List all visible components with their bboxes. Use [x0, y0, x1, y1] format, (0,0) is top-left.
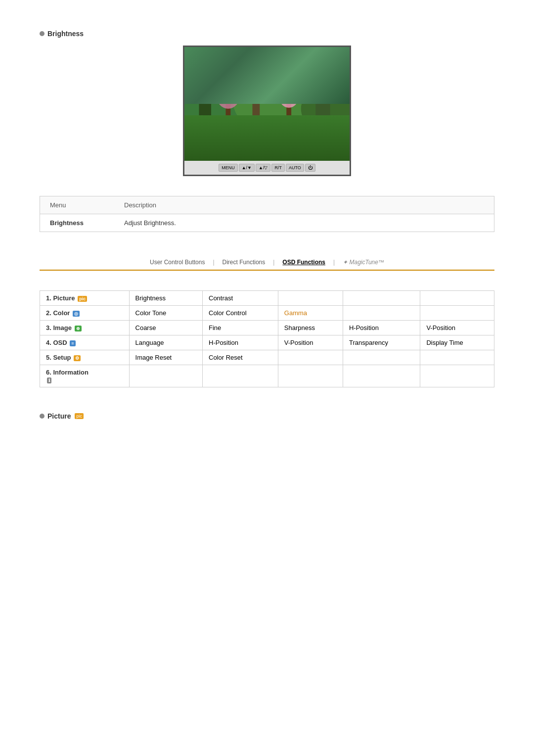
brightness-cell[interactable]: Brightness [129, 291, 202, 306]
svg-point-27 [222, 124, 231, 133]
picture-badge: pic [75, 413, 84, 419]
garden-scene-svg [184, 47, 350, 161]
monitor-frame: MENU ▲/▼ ▲/▽ R/T AUTO ⏻ [183, 46, 351, 176]
svg-point-16 [216, 80, 240, 109]
svg-rect-9 [253, 87, 260, 131]
osd-h-position-cell[interactable]: H-Position [203, 335, 278, 350]
svg-point-21 [248, 125, 277, 144]
coarse-cell[interactable]: Coarse [129, 321, 202, 335]
svg-rect-17 [286, 96, 291, 131]
svg-rect-14 [254, 72, 258, 75]
svg-point-3 [233, 67, 330, 136]
brightness-title: Brightness [47, 30, 84, 38]
sharpness-cell[interactable]: Sharpness [278, 321, 343, 335]
color-icon-badge: ◎ [73, 311, 80, 317]
color-tone-cell[interactable]: Color Tone [129, 306, 202, 321]
picture-section-header: Picture pic [40, 412, 494, 420]
transparency-cell[interactable]: Transparency [343, 335, 420, 350]
auto-btn[interactable]: AUTO [286, 164, 304, 172]
tab-direct-functions[interactable]: Direct Functions [219, 257, 269, 268]
setup-menu-cell: 5. Setup ⚙ [40, 350, 130, 365]
svg-point-19 [184, 118, 219, 142]
table-row: 5. Setup ⚙ Image Reset Color Reset [40, 350, 494, 365]
table-row: 6. Information ℹ [40, 365, 494, 387]
color-control-cell[interactable]: Color Control [203, 306, 278, 321]
rt-btn[interactable]: R/T [271, 164, 285, 172]
svg-rect-11 [249, 83, 264, 87]
svg-point-25 [207, 126, 215, 134]
arrow-btn[interactable]: ▲/▽ [256, 164, 270, 172]
image-menu-cell: 3. Image ⊕ [40, 321, 130, 335]
monitor-display: MENU ▲/▼ ▲/▽ R/T AUTO ⏻ [40, 46, 494, 176]
svg-rect-7 [315, 67, 330, 131]
language-cell[interactable]: Language [129, 335, 202, 350]
image-v-position-cell[interactable]: V-Position [420, 321, 494, 335]
menu-col-header: Menu [50, 201, 124, 209]
info-icon-badge: ℹ [47, 378, 51, 383]
table-row: 2. Color ◎ Color Tone Color Control Gamm… [40, 306, 494, 321]
svg-point-8 [306, 47, 340, 94]
color-reset-cell[interactable]: Color Reset [203, 350, 278, 365]
svg-point-20 [216, 122, 250, 143]
brightness-btn[interactable]: ▲/▼ [239, 164, 255, 172]
brightness-menu-item: Brightness [50, 219, 124, 227]
monitor-buttons: MENU ▲/▼ ▲/▽ R/T AUTO ⏻ [184, 161, 350, 175]
svg-rect-0 [184, 48, 350, 96]
osd-icon-badge: ≡ [70, 340, 75, 346]
contrast-cell[interactable]: Contrast [203, 291, 278, 306]
osd-v-position-cell[interactable]: V-Position [278, 335, 343, 350]
image-reset-cell[interactable]: Image Reset [129, 350, 202, 365]
brightness-circle-icon [40, 31, 44, 36]
table-row: 4. OSD ≡ Language H-Position V-Position … [40, 335, 494, 350]
osd-menu-cell: 4. OSD ≡ [40, 335, 130, 350]
image-icon-badge: ⊕ [75, 326, 82, 331]
svg-rect-13 [253, 75, 260, 79]
svg-rect-5 [199, 72, 211, 131]
nav-tabs: User Control Buttons | Direct Functions … [40, 257, 494, 271]
picture-menu-cell: 1. Picture pic [40, 291, 130, 306]
svg-point-6 [190, 53, 220, 96]
svg-rect-1 [184, 87, 350, 101]
svg-point-23 [314, 118, 350, 143]
picture-icon-badge: pic [78, 296, 87, 302]
osd-functions-table: 1. Picture pic Brightness Contrast 2. Co… [40, 290, 494, 387]
picture-circle-icon [40, 414, 44, 419]
brightness-description: Adjust Brightness. [124, 219, 176, 227]
information-menu-cell: 6. Information ℹ [40, 365, 130, 387]
svg-point-28 [231, 127, 238, 134]
desc-col-header: Description [124, 201, 156, 209]
brightness-row: Brightness Adjust Brightness. [40, 214, 494, 232]
svg-point-22 [278, 120, 315, 143]
svg-point-26 [216, 128, 223, 135]
display-time-cell[interactable]: Display Time [420, 335, 494, 350]
svg-rect-24 [184, 133, 350, 160]
monitor-screen [184, 47, 350, 161]
fine-cell[interactable]: Fine [203, 321, 278, 335]
svg-rect-10 [247, 87, 266, 91]
svg-point-29 [239, 127, 245, 133]
table-row: 3. Image ⊕ Coarse Fine Sharpness H-Posit… [40, 321, 494, 335]
tab-user-control-buttons[interactable]: User Control Buttons [146, 257, 209, 268]
tab-osd-functions[interactable]: OSD Functions [278, 257, 329, 268]
menu-btn[interactable]: MENU [219, 164, 238, 172]
picture-title: Picture [47, 412, 71, 420]
power-btn[interactable]: ⏻ [305, 164, 315, 172]
svg-rect-15 [226, 96, 231, 131]
menu-description-table: Menu Description Brightness Adjust Brigh… [40, 196, 494, 232]
setup-icon-badge: ⚙ [74, 355, 81, 361]
table-row: 1. Picture pic Brightness Contrast [40, 291, 494, 306]
svg-point-30 [243, 136, 291, 150]
color-menu-cell: 2. Color ◎ [40, 306, 130, 321]
image-h-position-cell[interactable]: H-Position [343, 321, 420, 335]
svg-rect-12 [251, 79, 262, 83]
gamma-cell[interactable]: Gamma [278, 306, 343, 321]
table-header-row: Menu Description [40, 196, 494, 214]
svg-point-18 [278, 81, 300, 108]
tab-magictune[interactable]: ✦ MagicTune™ [339, 257, 388, 268]
